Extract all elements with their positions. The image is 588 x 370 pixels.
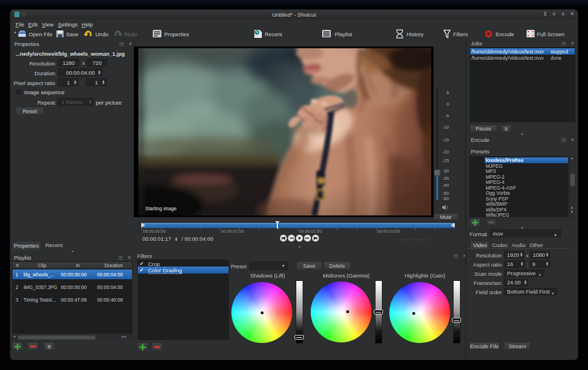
svg-text:Starting image: Starting image [145, 206, 177, 211]
